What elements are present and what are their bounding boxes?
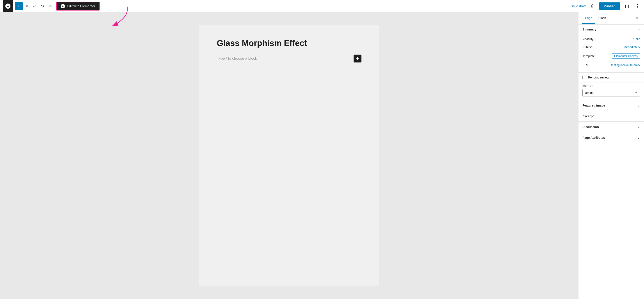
undo-button[interactable]: ↩ [31,2,38,10]
pending-review-row: Pending review [578,72,644,82]
sidebar: Page Block × Summary ∧ Visibility Public… [578,12,644,299]
edit-button[interactable]: ✏ [23,2,31,10]
plus-icon: + [18,3,20,9]
featured-image-section: Featured image ⌄ [578,100,644,111]
template-row: Template Elementor Canvas [582,51,640,61]
main-layout: Glass Morphism Effect Type / to choose a… [0,12,644,299]
list-icon: ≡ [49,4,52,8]
publish-label: Publish [582,46,592,49]
visibility-value[interactable]: Public [632,37,640,41]
editor-area[interactable]: Glass Morphism Effect Type / to choose a… [0,12,578,299]
more-options-button[interactable]: ⋮ [634,2,641,10]
sidebar-header: Page Block × [578,12,644,24]
visibility-row: Visibility Public [582,35,640,43]
excerpt-title: Excerpt [582,114,594,118]
summary-toggle-icon: ∧ [638,28,640,31]
featured-image-chevron-icon: ⌄ [638,104,640,107]
page-attributes-section: Page Attributes ⌄ [578,132,644,143]
preview-button[interactable]: ⎙ [588,2,596,10]
url-value[interactable]: testing.local/auto-draft/ [611,63,640,67]
featured-image-header[interactable]: Featured image ⌄ [578,100,644,111]
publish-value[interactable]: Immediately [624,46,640,49]
pending-review-checkbox[interactable] [582,76,586,79]
close-icon: × [636,16,638,21]
page-attributes-title: Page Attributes [582,136,605,140]
toolbar-right: Save draft ⎙ Publish ◫ ⋮ [570,2,641,10]
publish-row: Publish Immediately [582,43,640,51]
publish-button[interactable]: Publish [599,2,620,10]
url-label: URL [582,63,588,67]
pending-review-label: Pending review [588,76,609,79]
block-placeholder: Type / to choose a block + [217,54,362,62]
monitor-icon: ⎙ [591,4,593,8]
post-title[interactable]: Glass Morphism Effect [217,38,362,48]
excerpt-chevron-icon: ⌄ [638,114,640,118]
url-row: URL testing.local/auto-draft/ [582,61,640,69]
summary-section: Summary ∧ Visibility Public Publish Imme… [578,24,644,72]
discussion-title: Discussion [582,125,599,129]
more-icon: ⋮ [635,3,640,9]
plus-inline-icon: + [356,56,359,62]
featured-image-title: Featured image [582,104,605,107]
page-attributes-header[interactable]: Page Attributes ⌄ [578,132,644,143]
elementor-button-label: Edit with Elementor [67,4,95,8]
discussion-section: Discussion ⌄ [578,122,644,132]
tools-button[interactable]: ≡ [46,2,54,10]
excerpt-section: Excerpt ⌄ [578,111,644,122]
save-draft-button[interactable]: Save draft [570,4,586,8]
editor-content: Glass Morphism Effect Type / to choose a… [199,26,379,286]
summary-content: Visibility Public Publish Immediately Te… [578,34,644,72]
add-block-button[interactable]: + [15,2,23,10]
edit-with-elementor-button[interactable]: e Edit with Elementor [56,2,100,10]
close-sidebar-button[interactable]: × [634,15,640,22]
redo-icon: ↪ [41,4,44,8]
summary-section-header[interactable]: Summary ∧ [578,24,644,34]
wp-logo[interactable] [3,0,13,12]
author-section: AUTHOR amina [578,82,644,100]
visibility-label: Visibility [582,37,593,41]
pen-icon: ✏ [26,4,28,8]
placeholder-text: Type / to choose a block [217,56,257,61]
toolbar: + ✏ ↩ ↪ ≡ e Edit with Elementor Save dra… [0,0,644,12]
template-label: Template [582,54,595,58]
elementor-icon: e [61,4,65,8]
discussion-chevron-icon: ⌄ [638,125,640,129]
add-block-inline-button[interactable]: + [354,54,362,62]
undo-icon: ↩ [33,4,36,8]
tab-block[interactable]: Block [595,13,609,24]
author-section-label: AUTHOR [582,84,640,87]
summary-title: Summary [582,28,596,31]
page-attributes-chevron-icon: ⌄ [638,136,640,140]
redo-button[interactable]: ↪ [38,2,46,10]
author-select[interactable]: amina [582,89,640,96]
discussion-header[interactable]: Discussion ⌄ [578,122,644,132]
settings-toggle-button[interactable]: ◫ [623,2,631,10]
settings-icon: ◫ [625,4,629,9]
excerpt-header[interactable]: Excerpt ⌄ [578,111,644,122]
template-value-button[interactable]: Elementor Canvas [612,54,640,58]
tab-page[interactable]: Page [582,13,595,24]
